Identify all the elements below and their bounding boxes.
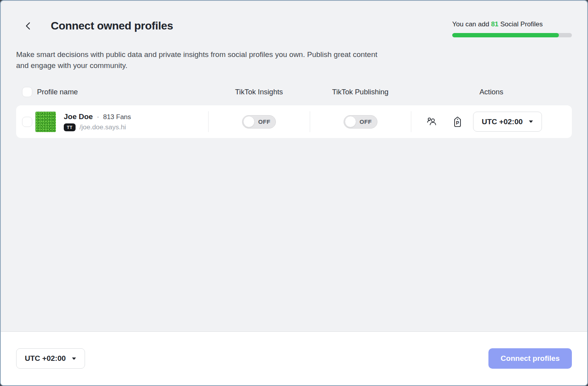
fans-count: 813 Fans	[103, 113, 131, 121]
tag-letter: P	[456, 120, 459, 125]
quota-count: 81	[491, 20, 499, 28]
profiles-progress-track	[452, 33, 572, 37]
quota-text: You can add 81 Social Profiles	[452, 20, 572, 28]
actions-cell: P UTC +02:00	[411, 105, 572, 138]
profile-handle-row: TT /joe.doe.says.hi	[64, 123, 131, 131]
insights-toggle-label: OFF	[255, 118, 274, 125]
quota-prefix: You can add	[452, 20, 491, 28]
table-header: Profile name TikTok Insights TikTok Publ…	[16, 87, 572, 97]
page-subtitle: Make smart decisions with public data an…	[16, 49, 390, 71]
page-title: Connect owned profiles	[51, 19, 173, 33]
main-content: Connect owned profiles You can add 81 So…	[1, 1, 587, 331]
tag-p-icon: P	[453, 116, 462, 127]
audience-button[interactable]	[426, 117, 437, 127]
connect-profiles-modal: Connect owned profiles You can add 81 So…	[0, 0, 588, 386]
publishing-cell: OFF	[310, 105, 411, 138]
pricing-tag-button[interactable]: P	[453, 116, 462, 127]
footer-bar: UTC +02:00 Connect profiles	[1, 331, 587, 385]
name-separator: ·	[97, 113, 99, 121]
profile-handle: /joe.doe.says.hi	[80, 123, 126, 131]
connect-profiles-button[interactable]: Connect profiles	[488, 348, 572, 369]
toggle-knob	[243, 116, 255, 127]
column-header-actions: Actions	[411, 88, 572, 96]
footer-timezone-value: UTC +02:00	[25, 354, 66, 363]
header-profile-cell: Profile name	[16, 87, 208, 97]
row-timezone-dropdown[interactable]: UTC +02:00	[473, 112, 542, 132]
chevron-down-icon	[72, 357, 76, 360]
profile-cell: Joe Doe · 813 Fans TT /joe.doe.says.hi	[16, 105, 208, 138]
tiktok-badge-icon: TT	[64, 123, 76, 131]
select-all-checkbox[interactable]	[22, 87, 32, 97]
profile-name-row: Joe Doe · 813 Fans	[64, 112, 131, 121]
toggle-knob	[345, 116, 356, 127]
insights-toggle[interactable]: OFF	[242, 115, 276, 129]
row-checkbox[interactable]	[22, 117, 32, 127]
column-header-profile-name: Profile name	[37, 88, 78, 96]
insights-cell: OFF	[208, 105, 310, 138]
chevron-left-icon	[24, 22, 31, 30]
profiles-progress-fill	[452, 33, 559, 37]
publishing-toggle-label: OFF	[356, 118, 375, 125]
profile-name-block: Joe Doe · 813 Fans TT /joe.doe.says.hi	[64, 112, 131, 131]
profile-avatar	[35, 112, 56, 132]
back-button[interactable]	[21, 19, 35, 33]
empty-area	[16, 138, 572, 331]
chevron-down-icon	[529, 120, 533, 123]
profile-name: Joe Doe	[64, 112, 93, 121]
column-header-tiktok-insights: TikTok Insights	[208, 88, 310, 96]
profiles-quota: You can add 81 Social Profiles	[452, 19, 572, 37]
footer-timezone-dropdown[interactable]: UTC +02:00	[16, 348, 85, 369]
profile-row: Joe Doe · 813 Fans TT /joe.doe.says.hi O…	[16, 105, 572, 138]
publishing-toggle[interactable]: OFF	[344, 115, 377, 129]
top-bar: Connect owned profiles You can add 81 So…	[16, 19, 572, 37]
row-timezone-value: UTC +02:00	[482, 118, 523, 126]
users-icon	[426, 117, 437, 127]
quota-suffix: Social Profiles	[499, 20, 543, 28]
column-header-tiktok-publishing: TikTok Publishing	[310, 88, 411, 96]
